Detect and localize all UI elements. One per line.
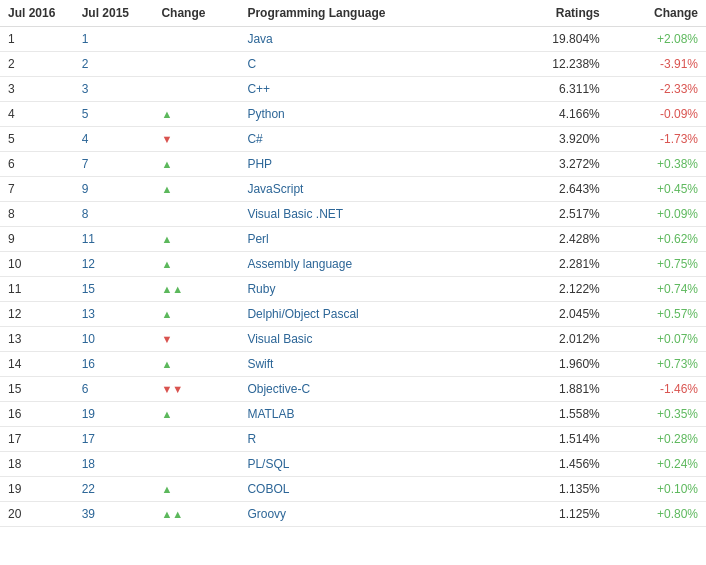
change-value: +0.10% [608,477,706,502]
ratings-value: 12.238% [485,52,608,77]
arrow-up-icon: ▲ [161,183,172,195]
rank-2015: 6 [74,377,154,402]
rank-2016: 13 [0,327,74,352]
rank-2015: 17 [74,427,154,452]
rank-2015: 15 [74,277,154,302]
language-name[interactable]: C# [239,127,485,152]
language-link[interactable]: Perl [247,232,268,246]
language-link[interactable]: MATLAB [247,407,294,421]
language-link[interactable]: JavaScript [247,182,303,196]
table-row: 2 2 C 12.238% -3.91% [0,52,706,77]
language-name[interactable]: Python [239,102,485,127]
header-language: Programming Language [239,0,485,27]
change-arrow [153,77,239,102]
rank-2015: 12 [74,252,154,277]
language-link[interactable]: Ruby [247,282,275,296]
language-link[interactable]: Objective-C [247,382,310,396]
change-value: -0.09% [608,102,706,127]
table-row: 12 13 ▲ Delphi/Object Pascal 2.045% +0.5… [0,302,706,327]
language-link[interactable]: COBOL [247,482,289,496]
table-row: 5 4 ▼ C# 3.920% -1.73% [0,127,706,152]
arrow-up-icon: ▲ [161,308,172,320]
language-link[interactable]: Visual Basic [247,332,312,346]
rank-2015: 9 [74,177,154,202]
language-name[interactable]: Ruby [239,277,485,302]
change-value: +0.73% [608,352,706,377]
change-arrow: ▲ [153,102,239,127]
language-name[interactable]: R [239,427,485,452]
language-name[interactable]: Objective-C [239,377,485,402]
ratings-value: 2.428% [485,227,608,252]
language-link[interactable]: Swift [247,357,273,371]
change-arrow: ▲ [153,477,239,502]
rank-2016: 18 [0,452,74,477]
rank-2016: 11 [0,277,74,302]
language-name[interactable]: Swift [239,352,485,377]
change-arrow: ▲▲ [153,502,239,527]
language-link[interactable]: Java [247,32,272,46]
table-header: Jul 2016 Jul 2015 Change Programming Lan… [0,0,706,27]
rank-2015: 11 [74,227,154,252]
rank-2016: 7 [0,177,74,202]
arrow-up-icon: ▲ [161,483,172,495]
language-name[interactable]: Groovy [239,502,485,527]
header-jul2015: Jul 2015 [74,0,154,27]
language-name[interactable]: MATLAB [239,402,485,427]
arrow-double-up-icon: ▲▲ [161,508,183,520]
language-link[interactable]: C++ [247,82,270,96]
rank-2015: 8 [74,202,154,227]
language-name[interactable]: C [239,52,485,77]
language-link[interactable]: Visual Basic .NET [247,207,343,221]
language-link[interactable]: C# [247,132,262,146]
arrow-up-icon: ▲ [161,358,172,370]
rank-2015: 39 [74,502,154,527]
language-name[interactable]: Assembly language [239,252,485,277]
language-link[interactable]: Groovy [247,507,286,521]
ratings-value: 6.311% [485,77,608,102]
change-value: +0.09% [608,202,706,227]
rank-2015: 16 [74,352,154,377]
arrow-double-up-icon: ▲▲ [161,283,183,295]
change-arrow [153,52,239,77]
rank-2016: 10 [0,252,74,277]
language-name[interactable]: Perl [239,227,485,252]
language-name[interactable]: COBOL [239,477,485,502]
table-row: 13 10 ▼ Visual Basic 2.012% +0.07% [0,327,706,352]
language-link[interactable]: Assembly language [247,257,352,271]
language-name[interactable]: Visual Basic .NET [239,202,485,227]
language-name[interactable]: PL/SQL [239,452,485,477]
change-value: +0.80% [608,502,706,527]
rank-2015: 18 [74,452,154,477]
change-arrow: ▲ [153,302,239,327]
ratings-value: 3.920% [485,127,608,152]
language-link[interactable]: R [247,432,256,446]
language-link[interactable]: Python [247,107,284,121]
change-arrow [153,202,239,227]
table-row: 20 39 ▲▲ Groovy 1.125% +0.80% [0,502,706,527]
rank-2016: 1 [0,27,74,52]
rank-2016: 2 [0,52,74,77]
change-arrow [153,427,239,452]
language-link[interactable]: PL/SQL [247,457,289,471]
arrow-up-icon: ▲ [161,233,172,245]
rankings-table: Jul 2016 Jul 2015 Change Programming Lan… [0,0,706,527]
ratings-value: 1.456% [485,452,608,477]
language-name[interactable]: PHP [239,152,485,177]
rank-2016: 19 [0,477,74,502]
language-link[interactable]: C [247,57,256,71]
rank-2016: 8 [0,202,74,227]
ratings-value: 19.804% [485,27,608,52]
arrow-down-icon: ▼ [161,333,172,345]
table-row: 3 3 C++ 6.311% -2.33% [0,77,706,102]
change-arrow [153,27,239,52]
language-name[interactable]: Java [239,27,485,52]
language-name[interactable]: Visual Basic [239,327,485,352]
language-link[interactable]: PHP [247,157,272,171]
language-name[interactable]: JavaScript [239,177,485,202]
rank-2015: 7 [74,152,154,177]
language-name[interactable]: C++ [239,77,485,102]
language-name[interactable]: Delphi/Object Pascal [239,302,485,327]
change-value: +0.57% [608,302,706,327]
arrow-double-down-icon: ▼▼ [161,383,183,395]
language-link[interactable]: Delphi/Object Pascal [247,307,358,321]
